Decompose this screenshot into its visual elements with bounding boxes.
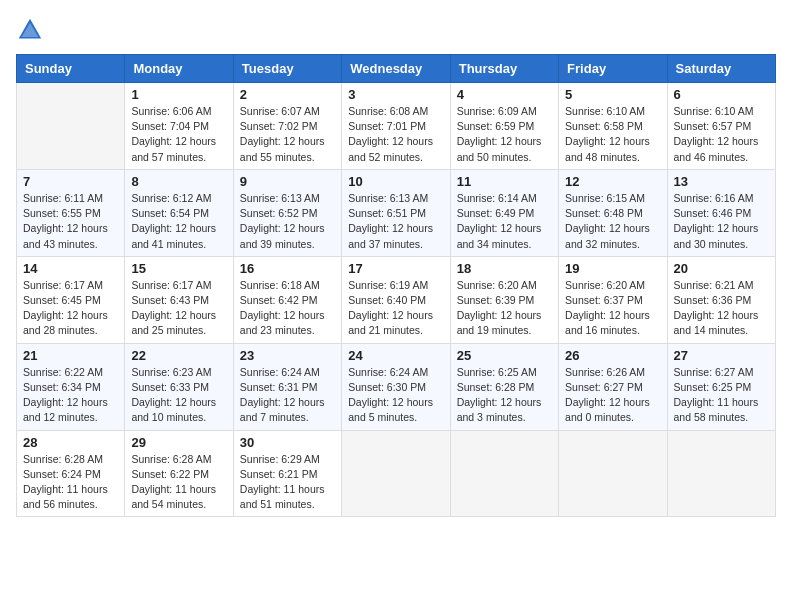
day-number: 12 <box>565 174 660 189</box>
calendar-cell: 18Sunrise: 6:20 AM Sunset: 6:39 PM Dayli… <box>450 256 558 343</box>
cell-info: Sunrise: 6:07 AM Sunset: 7:02 PM Dayligh… <box>240 104 335 165</box>
day-number: 5 <box>565 87 660 102</box>
calendar-cell: 26Sunrise: 6:26 AM Sunset: 6:27 PM Dayli… <box>559 343 667 430</box>
day-number: 16 <box>240 261 335 276</box>
calendar-table: SundayMondayTuesdayWednesdayThursdayFrid… <box>16 54 776 517</box>
calendar-cell: 29Sunrise: 6:28 AM Sunset: 6:22 PM Dayli… <box>125 430 233 517</box>
day-number: 6 <box>674 87 769 102</box>
calendar-cell: 17Sunrise: 6:19 AM Sunset: 6:40 PM Dayli… <box>342 256 450 343</box>
calendar-week-row: 14Sunrise: 6:17 AM Sunset: 6:45 PM Dayli… <box>17 256 776 343</box>
cell-info: Sunrise: 6:27 AM Sunset: 6:25 PM Dayligh… <box>674 365 769 426</box>
calendar-cell: 21Sunrise: 6:22 AM Sunset: 6:34 PM Dayli… <box>17 343 125 430</box>
calendar-cell <box>342 430 450 517</box>
day-number: 19 <box>565 261 660 276</box>
day-number: 22 <box>131 348 226 363</box>
day-number: 2 <box>240 87 335 102</box>
cell-info: Sunrise: 6:18 AM Sunset: 6:42 PM Dayligh… <box>240 278 335 339</box>
cell-info: Sunrise: 6:13 AM Sunset: 6:51 PM Dayligh… <box>348 191 443 252</box>
day-number: 21 <box>23 348 118 363</box>
cell-info: Sunrise: 6:20 AM Sunset: 6:37 PM Dayligh… <box>565 278 660 339</box>
cell-info: Sunrise: 6:20 AM Sunset: 6:39 PM Dayligh… <box>457 278 552 339</box>
day-number: 9 <box>240 174 335 189</box>
day-number: 20 <box>674 261 769 276</box>
day-number: 18 <box>457 261 552 276</box>
day-of-week-header: Friday <box>559 55 667 83</box>
day-number: 14 <box>23 261 118 276</box>
calendar-cell: 13Sunrise: 6:16 AM Sunset: 6:46 PM Dayli… <box>667 169 775 256</box>
calendar-cell: 9Sunrise: 6:13 AM Sunset: 6:52 PM Daylig… <box>233 169 341 256</box>
calendar-cell: 24Sunrise: 6:24 AM Sunset: 6:30 PM Dayli… <box>342 343 450 430</box>
calendar-cell: 16Sunrise: 6:18 AM Sunset: 6:42 PM Dayli… <box>233 256 341 343</box>
calendar-cell: 8Sunrise: 6:12 AM Sunset: 6:54 PM Daylig… <box>125 169 233 256</box>
calendar-cell <box>17 83 125 170</box>
cell-info: Sunrise: 6:19 AM Sunset: 6:40 PM Dayligh… <box>348 278 443 339</box>
calendar-cell <box>450 430 558 517</box>
calendar-cell: 28Sunrise: 6:28 AM Sunset: 6:24 PM Dayli… <box>17 430 125 517</box>
cell-info: Sunrise: 6:08 AM Sunset: 7:01 PM Dayligh… <box>348 104 443 165</box>
cell-info: Sunrise: 6:24 AM Sunset: 6:31 PM Dayligh… <box>240 365 335 426</box>
cell-info: Sunrise: 6:25 AM Sunset: 6:28 PM Dayligh… <box>457 365 552 426</box>
calendar-week-row: 1Sunrise: 6:06 AM Sunset: 7:04 PM Daylig… <box>17 83 776 170</box>
day-number: 26 <box>565 348 660 363</box>
day-of-week-header: Monday <box>125 55 233 83</box>
day-number: 23 <box>240 348 335 363</box>
page-header <box>16 16 776 44</box>
calendar-cell: 5Sunrise: 6:10 AM Sunset: 6:58 PM Daylig… <box>559 83 667 170</box>
calendar-cell: 14Sunrise: 6:17 AM Sunset: 6:45 PM Dayli… <box>17 256 125 343</box>
calendar-cell: 22Sunrise: 6:23 AM Sunset: 6:33 PM Dayli… <box>125 343 233 430</box>
calendar-cell: 11Sunrise: 6:14 AM Sunset: 6:49 PM Dayli… <box>450 169 558 256</box>
day-number: 8 <box>131 174 226 189</box>
cell-info: Sunrise: 6:10 AM Sunset: 6:58 PM Dayligh… <box>565 104 660 165</box>
cell-info: Sunrise: 6:11 AM Sunset: 6:55 PM Dayligh… <box>23 191 118 252</box>
cell-info: Sunrise: 6:24 AM Sunset: 6:30 PM Dayligh… <box>348 365 443 426</box>
calendar-cell: 12Sunrise: 6:15 AM Sunset: 6:48 PM Dayli… <box>559 169 667 256</box>
day-number: 4 <box>457 87 552 102</box>
day-number: 7 <box>23 174 118 189</box>
day-of-week-header: Saturday <box>667 55 775 83</box>
calendar-cell <box>559 430 667 517</box>
calendar-cell: 1Sunrise: 6:06 AM Sunset: 7:04 PM Daylig… <box>125 83 233 170</box>
day-number: 29 <box>131 435 226 450</box>
day-number: 10 <box>348 174 443 189</box>
day-number: 1 <box>131 87 226 102</box>
day-of-week-header: Wednesday <box>342 55 450 83</box>
cell-info: Sunrise: 6:09 AM Sunset: 6:59 PM Dayligh… <box>457 104 552 165</box>
calendar-cell: 30Sunrise: 6:29 AM Sunset: 6:21 PM Dayli… <box>233 430 341 517</box>
day-number: 13 <box>674 174 769 189</box>
day-number: 28 <box>23 435 118 450</box>
calendar-cell: 7Sunrise: 6:11 AM Sunset: 6:55 PM Daylig… <box>17 169 125 256</box>
day-number: 17 <box>348 261 443 276</box>
day-number: 24 <box>348 348 443 363</box>
calendar-cell: 10Sunrise: 6:13 AM Sunset: 6:51 PM Dayli… <box>342 169 450 256</box>
day-number: 15 <box>131 261 226 276</box>
calendar-cell <box>667 430 775 517</box>
calendar-cell: 3Sunrise: 6:08 AM Sunset: 7:01 PM Daylig… <box>342 83 450 170</box>
cell-info: Sunrise: 6:16 AM Sunset: 6:46 PM Dayligh… <box>674 191 769 252</box>
cell-info: Sunrise: 6:28 AM Sunset: 6:22 PM Dayligh… <box>131 452 226 513</box>
day-of-week-header: Tuesday <box>233 55 341 83</box>
calendar-cell: 6Sunrise: 6:10 AM Sunset: 6:57 PM Daylig… <box>667 83 775 170</box>
day-number: 27 <box>674 348 769 363</box>
cell-info: Sunrise: 6:21 AM Sunset: 6:36 PM Dayligh… <box>674 278 769 339</box>
calendar-cell: 15Sunrise: 6:17 AM Sunset: 6:43 PM Dayli… <box>125 256 233 343</box>
calendar-week-row: 28Sunrise: 6:28 AM Sunset: 6:24 PM Dayli… <box>17 430 776 517</box>
day-of-week-header: Sunday <box>17 55 125 83</box>
calendar-header-row: SundayMondayTuesdayWednesdayThursdayFrid… <box>17 55 776 83</box>
logo <box>16 16 48 44</box>
cell-info: Sunrise: 6:14 AM Sunset: 6:49 PM Dayligh… <box>457 191 552 252</box>
cell-info: Sunrise: 6:06 AM Sunset: 7:04 PM Dayligh… <box>131 104 226 165</box>
calendar-cell: 27Sunrise: 6:27 AM Sunset: 6:25 PM Dayli… <box>667 343 775 430</box>
day-number: 3 <box>348 87 443 102</box>
cell-info: Sunrise: 6:23 AM Sunset: 6:33 PM Dayligh… <box>131 365 226 426</box>
day-number: 25 <box>457 348 552 363</box>
cell-info: Sunrise: 6:22 AM Sunset: 6:34 PM Dayligh… <box>23 365 118 426</box>
cell-info: Sunrise: 6:17 AM Sunset: 6:45 PM Dayligh… <box>23 278 118 339</box>
calendar-cell: 25Sunrise: 6:25 AM Sunset: 6:28 PM Dayli… <box>450 343 558 430</box>
calendar-cell: 20Sunrise: 6:21 AM Sunset: 6:36 PM Dayli… <box>667 256 775 343</box>
calendar-cell: 23Sunrise: 6:24 AM Sunset: 6:31 PM Dayli… <box>233 343 341 430</box>
logo-icon <box>16 16 44 44</box>
cell-info: Sunrise: 6:13 AM Sunset: 6:52 PM Dayligh… <box>240 191 335 252</box>
cell-info: Sunrise: 6:12 AM Sunset: 6:54 PM Dayligh… <box>131 191 226 252</box>
cell-info: Sunrise: 6:15 AM Sunset: 6:48 PM Dayligh… <box>565 191 660 252</box>
calendar-week-row: 21Sunrise: 6:22 AM Sunset: 6:34 PM Dayli… <box>17 343 776 430</box>
